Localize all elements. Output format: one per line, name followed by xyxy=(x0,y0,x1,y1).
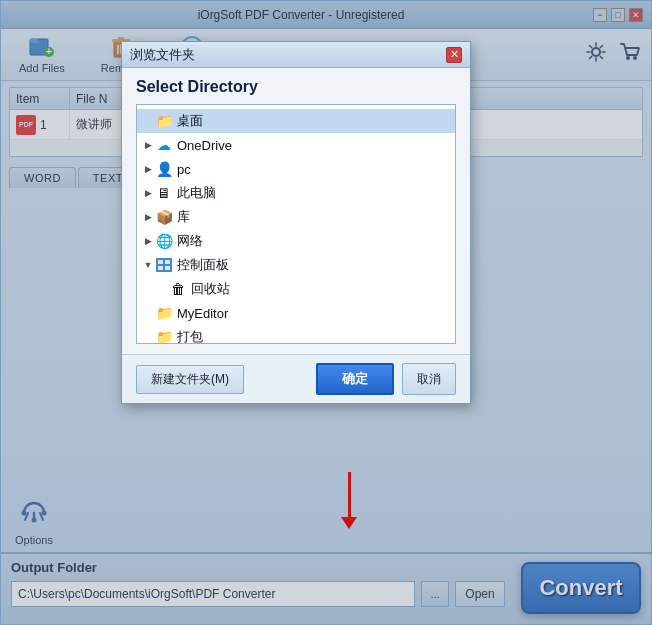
folder-tree[interactable]: 📁 桌面 ▶ ☁ OneDrive ▶ 👤 pc xyxy=(136,104,456,344)
tree-label-network: 网络 xyxy=(177,232,203,250)
arrow-line xyxy=(348,472,351,517)
tree-item-this-pc[interactable]: ▶ 🖥 此电脑 xyxy=(137,181,455,205)
cloud-icon-onedrive: ☁ xyxy=(155,137,173,153)
tree-item-library[interactable]: ▶ 📦 库 xyxy=(137,205,455,229)
dialog-overlay: 浏览文件夹 ✕ Select Directory 📁 桌面 ▶ ☁ xyxy=(1,1,651,624)
tree-label-desktop: 桌面 xyxy=(177,112,203,130)
arrow-head xyxy=(341,517,357,529)
dialog-footer: 新建文件夹(M) 确定 取消 xyxy=(122,354,470,403)
library-icon: 📦 xyxy=(155,209,173,225)
expander-desktop xyxy=(141,114,155,128)
expander-pc: ▶ xyxy=(141,162,155,176)
cancel-button[interactable]: 取消 xyxy=(402,363,456,395)
dialog-content: Select Directory 📁 桌面 ▶ ☁ OneDrive xyxy=(122,68,470,354)
tree-item-control-panel[interactable]: ▼ 控制面板 xyxy=(137,253,455,277)
expander-library: ▶ xyxy=(141,210,155,224)
recycle-icon: 🗑 xyxy=(169,281,187,297)
expander-onedrive: ▶ xyxy=(141,138,155,152)
tree-label-this-pc: 此电脑 xyxy=(177,184,216,202)
tree-item-onedrive[interactable]: ▶ ☁ OneDrive xyxy=(137,133,455,157)
pc-icon: 🖥 xyxy=(155,185,173,201)
tree-label-myeditor: MyEditor xyxy=(177,306,228,321)
tree-item-network[interactable]: ▶ 🌐 网络 xyxy=(137,229,455,253)
expander-this-pc: ▶ xyxy=(141,186,155,200)
svg-rect-25 xyxy=(165,266,170,270)
tree-label-onedrive: OneDrive xyxy=(177,138,232,153)
svg-rect-24 xyxy=(158,266,163,270)
expander-myeditor xyxy=(141,306,155,320)
tree-label-pc: pc xyxy=(177,162,191,177)
tree-item-pc[interactable]: ▶ 👤 pc xyxy=(137,157,455,181)
tree-label-control-panel: 控制面板 xyxy=(177,256,229,274)
tree-label-recycle-bin: 回收站 xyxy=(191,280,230,298)
tree-item-package[interactable]: 📁 打包 xyxy=(137,325,455,344)
tree-item-recycle-bin[interactable]: 🗑 回收站 xyxy=(137,277,455,301)
folder-icon-myeditor: 📁 xyxy=(155,305,173,321)
ok-button[interactable]: 确定 xyxy=(316,363,394,395)
folder-icon-desktop: 📁 xyxy=(155,113,173,129)
tree-label-library: 库 xyxy=(177,208,190,226)
app-window: iOrgSoft PDF Converter - Unregistered − … xyxy=(0,0,652,625)
dialog-title: 浏览文件夹 xyxy=(130,46,195,64)
new-folder-button[interactable]: 新建文件夹(M) xyxy=(136,365,244,394)
tree-item-myeditor[interactable]: 📁 MyEditor xyxy=(137,301,455,325)
expander-package xyxy=(141,330,155,344)
network-icon: 🌐 xyxy=(155,233,173,249)
user-icon-pc: 👤 xyxy=(155,161,173,177)
expander-network: ▶ xyxy=(141,234,155,248)
folder-icon-package: 📁 xyxy=(155,329,173,344)
control-panel-icon xyxy=(155,257,173,273)
browse-folder-dialog: 浏览文件夹 ✕ Select Directory 📁 桌面 ▶ ☁ xyxy=(121,41,471,404)
svg-rect-22 xyxy=(158,260,163,264)
dialog-titlebar: 浏览文件夹 ✕ xyxy=(122,42,470,68)
svg-rect-23 xyxy=(165,260,170,264)
tree-item-desktop[interactable]: 📁 桌面 xyxy=(137,109,455,133)
red-arrow-indicator xyxy=(341,472,357,529)
select-directory-label: Select Directory xyxy=(136,78,456,96)
dialog-close-button[interactable]: ✕ xyxy=(446,47,462,63)
expander-control-panel: ▼ xyxy=(141,258,155,272)
tree-label-package: 打包 xyxy=(177,328,203,344)
expander-recycle xyxy=(155,282,169,296)
